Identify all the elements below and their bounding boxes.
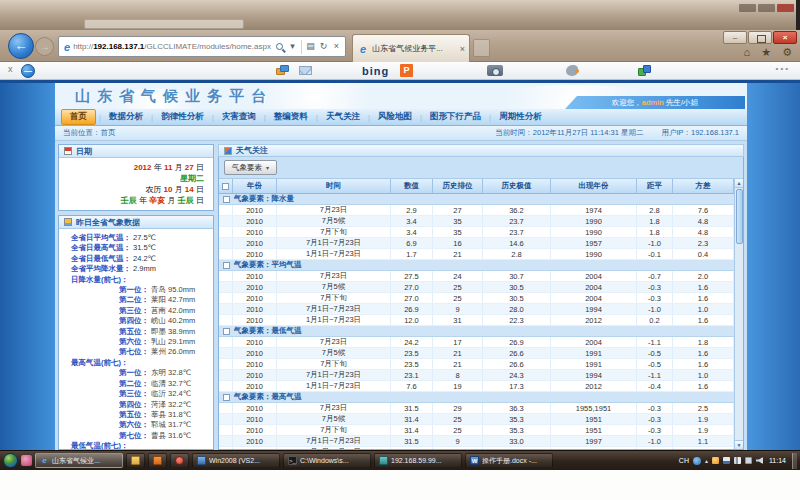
table-row[interactable]: 20107月5候23.52126.61991-0.51.6	[219, 348, 734, 359]
group-checkbox[interactable]	[223, 262, 230, 269]
forward-button[interactable]: →	[35, 37, 54, 56]
mail-icon[interactable]	[299, 66, 312, 75]
group-checkbox[interactable]	[223, 196, 230, 203]
column-header[interactable]: 出现年份	[551, 179, 637, 193]
clock[interactable]: 11:14	[769, 457, 786, 464]
cards-icon[interactable]	[276, 65, 290, 76]
toolbar-close-icon[interactable]: x	[8, 64, 13, 74]
table-row[interactable]: 20107月下旬27.02530.52004-0.31.6	[219, 293, 734, 304]
maximize-button[interactable]	[748, 31, 772, 44]
tray-expand-icon[interactable]: ▴	[705, 457, 708, 464]
minimize-button[interactable]: –	[723, 31, 747, 44]
table-row[interactable]: 20101月1日~7月23日12.03122.320120.21.6	[219, 315, 734, 326]
more-options-icon[interactable]: •••	[776, 64, 790, 73]
action-center-flag-icon[interactable]	[723, 457, 730, 464]
scrollbar-thumb[interactable]	[736, 189, 743, 244]
bing-badge-icon[interactable]: P	[400, 64, 413, 77]
column-header[interactable]: 时间	[277, 179, 391, 193]
chevron-down-icon[interactable]: ▾	[286, 37, 299, 56]
column-header[interactable]: 方差	[673, 179, 734, 193]
nav-item-6[interactable]: 风险地图	[370, 110, 420, 124]
table-toolbar: 气象要素 ▾	[219, 157, 743, 179]
table-row[interactable]: 20107月1日~7月23日6.91614.61957-1.02.3	[219, 238, 734, 249]
nav-item-8[interactable]: 周期性分析	[491, 110, 550, 124]
table-row[interactable]: 20107月5候3.43523.719901.84.8	[219, 216, 734, 227]
column-header[interactable]: 数值	[391, 179, 433, 193]
taskbar-window-5[interactable]: >_C:\Windows\s...	[283, 453, 371, 468]
volume-icon[interactable]	[756, 457, 763, 464]
compatibility-icon[interactable]: ▤	[304, 37, 317, 56]
taskbar-window-0[interactable]: e山东省气候业...	[35, 453, 123, 468]
new-tab-button[interactable]	[473, 39, 490, 57]
favorites-star-icon[interactable]: ★	[761, 46, 771, 59]
stop-icon[interactable]: ×	[330, 37, 343, 56]
nav-item-5[interactable]: 天气关注	[318, 110, 368, 124]
group-checkbox[interactable]	[223, 328, 230, 335]
group-checkbox[interactable]	[223, 394, 230, 401]
table-row[interactable]: 20107月1日~7月23日26.9928.01994-1.01.0	[219, 304, 734, 315]
pinned-app-icon[interactable]	[21, 455, 32, 466]
table-row[interactable]: 20101月1日~7月23日1.7212.81990-0.10.4	[219, 249, 734, 260]
nav-item-4[interactable]: 整编资料	[266, 110, 316, 124]
taskbar-window-1[interactable]	[126, 453, 145, 468]
bing-logo[interactable]: bing	[362, 65, 389, 77]
close-button[interactable]: ×	[773, 31, 797, 44]
tools-gear-icon[interactable]: ⚙	[782, 46, 792, 59]
language-indicator[interactable]: CH	[679, 457, 689, 464]
vertical-scrollbar[interactable]: ▲ ▼	[734, 179, 743, 449]
table-row[interactable]: 20107月23日2.92736.219742.87.6	[219, 205, 734, 216]
nav-item-7[interactable]: 图形下行产品	[422, 110, 489, 124]
table-row[interactable]: 20107月23日24.21726.92004-1.11.8	[219, 337, 734, 348]
table-group-row[interactable]: 气象要素：最高气温	[219, 392, 734, 403]
table-row[interactable]: 20101月1日~7月23日17.4619.62012-0.21.4	[219, 447, 734, 449]
table-group-row[interactable]: 气象要素：平均气温	[219, 260, 734, 271]
table-row[interactable]: 20107月1日~7月23日31.5933.01997-1.01.1	[219, 436, 734, 447]
messenger-icon[interactable]	[693, 457, 701, 465]
taskbar-window-4[interactable]: Win2008 (VS2...	[192, 453, 280, 468]
alert-icon[interactable]	[712, 457, 719, 464]
taskbar-window-7[interactable]: W操作手册.docx -...	[465, 453, 553, 468]
column-header[interactable]: 距平	[637, 179, 673, 193]
table-row[interactable]: 20107月下旬23.52126.61991-0.51.6	[219, 359, 734, 370]
table-row[interactable]: 20107月23日27.52430.72004-0.72.0	[219, 271, 734, 282]
show-desktop-button[interactable]	[792, 453, 797, 469]
table-row[interactable]: 20107月5候27.02530.52004-0.31.6	[219, 282, 734, 293]
element-dropdown-button[interactable]: 气象要素 ▾	[224, 160, 277, 175]
address-bar[interactable]: e http://192.168.137.1/GLCCLIMATE/module…	[58, 36, 346, 57]
table-row[interactable]: 20107月下旬31.42535.31951-0.31.9	[219, 425, 734, 436]
start-button[interactable]	[3, 453, 18, 468]
bird-icon[interactable]	[566, 65, 578, 76]
taskbar-window-6[interactable]: 192.168.59.99...	[374, 453, 462, 468]
taskbar-window-3[interactable]	[170, 453, 189, 468]
table-row[interactable]: 20107月下旬3.43523.719901.84.8	[219, 227, 734, 238]
nav-item-3[interactable]: 灾害查询	[214, 110, 264, 124]
table-group-row[interactable]: 气象要素：最低气温	[219, 326, 734, 337]
table-row[interactable]: 20107月1日~7月23日23.1824.31994-1.11.0	[219, 370, 734, 381]
table-row[interactable]: 20107月5候31.42535.31951-0.31.9	[219, 414, 734, 425]
column-header[interactable]: 年份	[233, 179, 277, 193]
scroll-down-icon[interactable]: ▼	[735, 440, 744, 449]
network-icon[interactable]	[734, 457, 741, 464]
nav-item-1[interactable]: 数据分析	[101, 110, 151, 124]
column-header[interactable]: 历史排位	[433, 179, 483, 193]
table-group-row[interactable]: 气象要素：降水量	[219, 194, 734, 205]
display-icon[interactable]	[745, 457, 752, 464]
row-spacer	[219, 381, 233, 391]
column-header[interactable]: 历史极值	[483, 179, 551, 193]
table-row[interactable]: 20107月23日31.52936.31955,1951-0.32.5	[219, 403, 734, 414]
home-icon[interactable]: ⌂	[744, 46, 751, 59]
select-all-checkbox[interactable]	[222, 183, 229, 190]
table-row[interactable]: 20101月1日~7月23日7.61917.32012-0.41.6	[219, 381, 734, 392]
nav-item-2[interactable]: 韵律性分析	[153, 110, 212, 124]
taskbar-window-2[interactable]	[148, 453, 167, 468]
refresh-icon[interactable]: ↻	[317, 37, 330, 56]
share-icon[interactable]	[638, 65, 652, 76]
browser-tab[interactable]: e 山东省气候业务平... ×	[352, 34, 470, 62]
search-icon[interactable]	[274, 40, 286, 54]
scroll-up-icon[interactable]: ▲	[735, 179, 744, 188]
collapse-button[interactable]: —	[21, 64, 35, 78]
tab-close-icon[interactable]: ×	[460, 44, 465, 54]
nav-item-0[interactable]: 首页	[61, 109, 96, 125]
back-button[interactable]: ←	[8, 33, 34, 59]
camera-icon[interactable]	[487, 65, 503, 76]
